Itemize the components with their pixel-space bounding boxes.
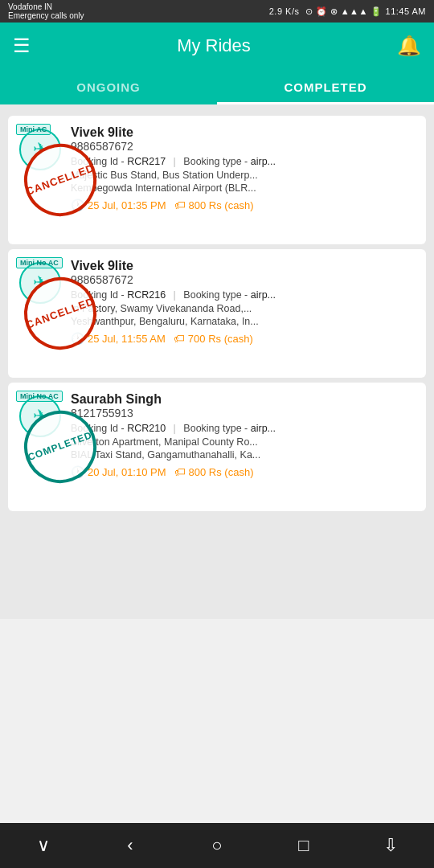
clock-icon: 🕐 — [71, 332, 84, 345]
route-from: Majestic Bus Stand, Bus Station Underp..… — [71, 170, 415, 181]
ride-list: Mini AC ✈ Vivek 9lite 9886587672 Booking… — [0, 104, 434, 619]
mini-badge: Mini No AC — [16, 257, 63, 268]
ride-card[interactable]: Mini No AC ✈ Saurabh Singh 8121755913 Bo… — [8, 383, 426, 511]
clock-icon: 🕐 — [71, 199, 84, 211]
tab-completed[interactable]: COMPLETED — [217, 69, 434, 104]
driver-phone: 9886587672 — [71, 273, 415, 286]
tag-icon: 🏷 — [174, 332, 185, 345]
mini-badge: Mini No AC — [16, 391, 63, 402]
driver-name: Vivek 9lite — [71, 125, 415, 140]
tag-icon: 🏷 — [174, 465, 186, 478]
menu-icon[interactable]: ☰ — [13, 35, 31, 57]
driver-phone: 8121755913 — [71, 407, 415, 420]
ride-price: 🏷 800 Rs (cash) — [174, 199, 254, 211]
status-bar: Vodafone IN Emergency calls only 2.9 K/s… — [0, 0, 434, 23]
route-from: Silverton Apartment, Manipal County Ro..… — [71, 436, 415, 448]
ride-time: 🕐 20 Jul, 01:10 PM — [71, 465, 166, 478]
bottom-nav: ∨ ‹ ○ □ ⇩ — [0, 823, 434, 868]
ride-price: 🏷 700 Rs (cash) — [174, 332, 253, 345]
route-to: BIAL Taxi Stand, Gangamuthanahalli, Ka..… — [71, 449, 415, 461]
meta-row: 🕐 25 Jul, 11:55 AM 🏷 700 Rs (cash) — [71, 332, 415, 345]
notification-bell-icon[interactable]: 🔔 — [397, 35, 421, 57]
ride-time: 🕐 25 Jul, 01:35 PM — [71, 199, 166, 211]
tab-bar: ONGOING COMPLETED — [0, 69, 434, 104]
booking-id: RCR217 — [127, 156, 166, 167]
plane-icon: ✈ — [33, 272, 47, 293]
emergency-text: Emergency calls only — [8, 11, 84, 20]
nav-home-btn[interactable]: ‹ — [87, 835, 174, 856]
driver-name: Saurabh Singh — [71, 392, 415, 407]
tag-icon: 🏷 — [174, 199, 186, 211]
ride-card[interactable]: Mini No AC ✈ Vivek 9lite 9886587672 Book… — [8, 249, 426, 378]
header: ☰ My Rides 🔔 — [0, 23, 434, 69]
meta-row: 🕐 20 Jul, 01:10 PM 🏷 800 Rs (cash) — [71, 465, 415, 478]
mini-badge: Mini AC — [16, 124, 51, 135]
ride-price: 🏷 800 Rs (cash) — [174, 465, 254, 478]
driver-name: Vivek 9lite — [71, 259, 415, 273]
booking-id: RCR210 — [127, 423, 166, 434]
booking-line: Booking Id - RCR210 | Booking type - air… — [71, 423, 415, 434]
ride-card[interactable]: Mini AC ✈ Vivek 9lite 9886587672 Booking… — [8, 116, 426, 244]
carrier-name: Vodafone IN — [8, 2, 52, 11]
driver-phone: 9886587672 — [71, 140, 415, 153]
meta-row: 🕐 25 Jul, 01:35 PM 🏷 800 Rs (cash) — [71, 199, 415, 211]
nav-square-btn[interactable]: □ — [260, 835, 347, 856]
time-display: 11:45 AM — [386, 6, 426, 16]
plane-icon: ✈ — [33, 139, 47, 160]
ride-details: Saurabh Singh 8121755913 Booking Id - RC… — [71, 392, 415, 478]
ride-time: 🕐 25 Jul, 11:55 AM — [71, 332, 166, 345]
booking-line: Booking Id - RCR216 | Booking type - air… — [71, 289, 415, 301]
route-from: In Factory, Swamy Vivekananda Road,... — [71, 303, 415, 314]
tab-ongoing[interactable]: ONGOING — [0, 69, 217, 104]
ride-details: Vivek 9lite 9886587672 Booking Id - RCR2… — [71, 259, 415, 345]
empty-area — [0, 516, 434, 612]
page-title: My Rides — [177, 35, 251, 56]
network-speed: 2.9 K/s — [269, 6, 300, 16]
nav-back-btn[interactable]: ∨ — [0, 835, 87, 856]
booking-line: Booking Id - RCR217 | Booking type - air… — [71, 156, 415, 167]
ride-details: Vivek 9lite 9886587672 Booking Id - RCR2… — [71, 125, 415, 211]
nav-circle-btn[interactable]: ○ — [174, 835, 260, 856]
battery-icon: 🔋 — [371, 6, 383, 16]
plane-icon: ✈ — [33, 406, 47, 427]
booking-id: RCR216 — [127, 289, 166, 301]
nav-download-btn[interactable]: ⇩ — [347, 835, 434, 856]
route-to: Kempegowda International Airport (BLR... — [71, 182, 415, 194]
clock-icon: 🕐 — [71, 465, 84, 478]
route-to: Yeshwanthpur, Bengaluru, Karnataka, In..… — [71, 316, 415, 327]
